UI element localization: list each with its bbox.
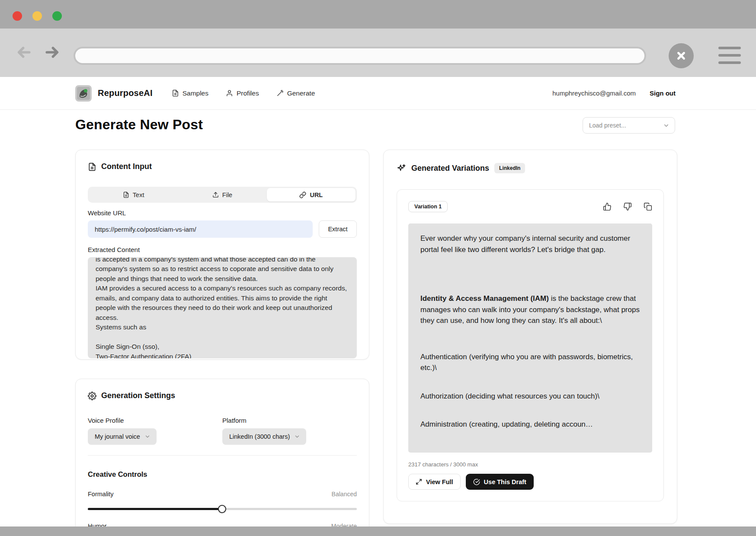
extract-button[interactable]: Extract	[319, 220, 357, 238]
window-zoom-dot[interactable]	[52, 11, 62, 21]
slider-thumb[interactable]	[218, 505, 226, 513]
platform-label: Platform	[222, 417, 357, 424]
extracted-content-textarea[interactable]: is accepted in a company's system and wh…	[88, 257, 357, 358]
browser-toolbar	[0, 29, 756, 77]
platform-select[interactable]: LinkedIn (3000 chars)	[222, 428, 306, 445]
check-circle-icon	[473, 479, 480, 485]
view-full-button[interactable]: View Full	[408, 474, 461, 490]
browser-window: RepurposeAI Samples Profiles Generate hu…	[0, 0, 756, 536]
variation-paragraph: Authorization (deciding what resources y…	[420, 391, 640, 402]
menu-button[interactable]	[718, 47, 741, 64]
file-text-icon	[123, 191, 129, 198]
user-email: humphreychisco@gmail.com	[552, 89, 636, 97]
copy-icon[interactable]	[644, 202, 652, 211]
gear-icon	[88, 392, 96, 400]
platform-value: LinkedIn (3000 chars)	[229, 433, 290, 440]
window-bottom-edge	[0, 526, 756, 536]
generation-settings-title: Generation Settings	[101, 391, 175, 400]
load-preset-select[interactable]: Load preset...	[583, 117, 675, 134]
formality-label: Formality	[88, 491, 114, 498]
content-input-title: Content Input	[101, 162, 152, 171]
tab-label: File	[222, 191, 232, 198]
variation-chip[interactable]: Variation 1	[408, 201, 448, 212]
tab-text[interactable]: Text	[89, 188, 178, 201]
extracted-content-label: Extracted Content	[88, 246, 357, 253]
variation-card: Variation 1 Ever wonder why your company…	[397, 189, 664, 501]
tab-url[interactable]: URL	[267, 188, 356, 201]
sign-out-button[interactable]: Sign out	[650, 89, 676, 97]
voice-profile-label: Voice Profile	[88, 417, 222, 424]
window-close-dot[interactable]	[13, 11, 22, 21]
platform-badge: LinkedIn	[494, 163, 525, 173]
thumbs-up-icon[interactable]	[603, 202, 612, 211]
formality-slider-row: Formality Balanced	[88, 491, 357, 513]
file-text-icon	[88, 163, 96, 171]
variation-content: Ever wonder why your company's internal …	[408, 223, 652, 453]
nav-item-samples[interactable]: Samples	[172, 89, 208, 97]
close-tab-button[interactable]	[669, 43, 694, 68]
nav-label: Generate	[287, 89, 315, 97]
creative-controls-title: Creative Controls	[88, 470, 357, 479]
close-icon	[676, 50, 687, 61]
formality-value: Balanced	[332, 491, 357, 498]
app-header: RepurposeAI Samples Profiles Generate hu…	[0, 77, 756, 110]
generated-variations-card: Generated Variations LinkedIn Variation …	[383, 150, 677, 524]
app-logo	[75, 85, 92, 102]
thumbs-down-icon[interactable]	[623, 202, 632, 211]
page-title: Generate New Post	[75, 117, 203, 133]
app-title: RepurposeAI	[98, 88, 153, 98]
chevron-down-icon	[294, 434, 300, 440]
input-mode-tabs: Text File URL	[88, 187, 357, 203]
top-nav: Samples Profiles Generate	[172, 89, 315, 97]
use-this-draft-button[interactable]: Use This Draft	[466, 474, 534, 490]
variation-paragraph: Identity & Access Management (IAM) is th…	[420, 293, 640, 326]
tab-file[interactable]: File	[178, 188, 266, 201]
window-titlebar	[0, 0, 756, 29]
nav-item-profiles[interactable]: Profiles	[226, 89, 259, 97]
upload-icon	[212, 191, 219, 198]
website-url-input[interactable]	[88, 220, 313, 238]
back-arrow-icon[interactable]	[16, 45, 32, 60]
generated-variations-title: Generated Variations	[411, 164, 489, 173]
extracted-content-text: is accepted in a company's system and wh…	[96, 257, 349, 358]
view-full-label: View Full	[426, 479, 453, 485]
window-minimize-dot[interactable]	[32, 11, 42, 21]
load-preset-label: Load preset...	[589, 122, 626, 129]
variation-paragraph: Ever wonder why your company's internal …	[420, 233, 640, 255]
address-bar[interactable]	[74, 47, 646, 65]
formality-slider[interactable]	[88, 504, 357, 513]
user-icon	[226, 89, 233, 97]
generation-settings-card: Generation Settings Voice Profile My jou…	[75, 379, 369, 536]
variation-paragraph: Authentication (verifying who you are wi…	[420, 351, 640, 373]
content-input-card: Content Input Text File URL Website URL …	[75, 150, 369, 360]
forward-arrow-icon[interactable]	[44, 45, 61, 60]
sparkles-icon	[397, 163, 406, 173]
voice-profile-select[interactable]: My journal voice	[88, 428, 157, 445]
voice-profile-value: My journal voice	[95, 433, 140, 440]
nav-label: Profiles	[237, 89, 259, 97]
nav-label: Samples	[183, 89, 208, 97]
file-text-icon	[172, 89, 179, 97]
use-this-draft-label: Use This Draft	[484, 479, 526, 485]
nav-item-generate[interactable]: Generate	[276, 89, 315, 97]
chevron-down-icon	[144, 434, 151, 440]
variation-paragraph: Administration (creating, updating, dele…	[420, 419, 640, 430]
tab-label: Text	[133, 191, 144, 198]
char-count: 2317 characters / 3000 max	[408, 461, 652, 468]
website-url-label: Website URL	[88, 209, 357, 217]
tab-label: URL	[310, 191, 323, 198]
wand-icon	[276, 89, 284, 97]
chevron-down-icon	[663, 122, 670, 129]
expand-icon	[416, 479, 422, 485]
link-icon	[299, 191, 306, 198]
